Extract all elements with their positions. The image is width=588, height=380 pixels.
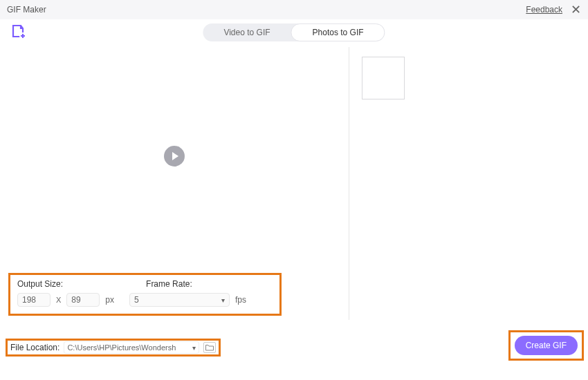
height-input[interactable] xyxy=(66,293,100,307)
multiply-label: X xyxy=(56,296,61,304)
file-location-panel: File Location: C:\Users\HP\Pictures\Wond… xyxy=(6,339,221,357)
frame-rate-label: Frame Rate: xyxy=(146,279,192,289)
toolbar: Video to GIF Photos to GIF xyxy=(0,19,588,47)
width-input[interactable] xyxy=(17,293,50,307)
mode-tab-switch: Video to GIF Photos to GIF xyxy=(203,23,385,41)
play-button[interactable] xyxy=(164,146,185,167)
px-unit-label: px xyxy=(105,295,114,305)
tab-video-to-gif[interactable]: Video to GIF xyxy=(203,23,291,41)
frame-rate-value: 5 xyxy=(134,295,139,305)
file-location-select[interactable]: C:\Users\HP\Pictures\Wondersh ▾ xyxy=(64,341,199,354)
title-bar: GIF Maker Feedback ✕ xyxy=(0,0,588,19)
chevron-down-icon: ▾ xyxy=(192,344,196,352)
browse-folder-button[interactable] xyxy=(203,342,216,353)
create-gif-button[interactable]: Create GIF xyxy=(515,336,578,355)
frame-rate-select[interactable]: 5 ▾ xyxy=(129,293,230,307)
create-gif-panel: Create GIF xyxy=(508,330,584,361)
file-location-label: File Location: xyxy=(10,343,59,352)
output-settings-panel: Output Size: Frame Rate: X px 5 ▾ fps xyxy=(8,273,282,316)
tab-photos-to-gif[interactable]: Photos to GIF xyxy=(291,23,385,41)
chevron-down-icon: ▾ xyxy=(221,296,225,304)
close-icon[interactable]: ✕ xyxy=(571,3,581,16)
folder-icon xyxy=(205,344,214,351)
feedback-link[interactable]: Feedback xyxy=(526,5,562,15)
add-file-icon[interactable] xyxy=(11,24,28,41)
thumbnail-slot[interactable] xyxy=(362,57,405,99)
thumbnail-pane xyxy=(349,47,588,320)
app-title: GIF Maker xyxy=(7,5,46,15)
fps-unit-label: fps xyxy=(235,295,246,305)
play-icon xyxy=(172,152,178,160)
header-actions: Feedback ✕ xyxy=(526,3,581,16)
output-size-label: Output Size: xyxy=(17,279,63,289)
file-location-path: C:\Users\HP\Pictures\Wondersh xyxy=(67,343,176,352)
footer: File Location: C:\Users\HP\Pictures\Wond… xyxy=(0,339,588,380)
